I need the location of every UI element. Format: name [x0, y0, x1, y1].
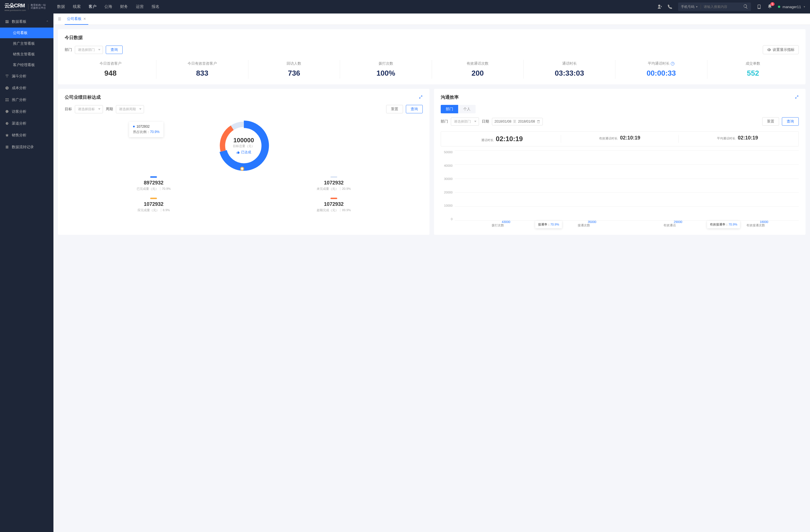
logo-text: 云朵CRM — [4, 2, 26, 9]
tab-company-board[interactable]: 公司看板 ✕ — [65, 14, 88, 25]
tab-bar: ☰ 公司看板 ✕ — [53, 14, 810, 25]
nav-item-6[interactable]: 报名 — [151, 4, 160, 9]
date-label: 日期 — [482, 119, 489, 124]
sidebar-icon — [5, 121, 9, 126]
seg-item-0[interactable]: 部门 — [441, 105, 458, 113]
expand-icon — [795, 95, 799, 99]
call-cell-1: 有效通话时长02:10:19 — [561, 135, 679, 143]
comm-reset-button[interactable]: 重置 — [762, 117, 779, 126]
tab-close-icon[interactable]: ✕ — [83, 17, 86, 21]
donut-center-label: 目标总量（元） — [233, 144, 255, 148]
sidebar-item-0[interactable]: 漏斗分析 — [0, 70, 53, 82]
sidebar-item-6[interactable]: 数据流转记录 — [0, 141, 53, 153]
bar-label: 拨打次数 — [487, 223, 509, 228]
search-input[interactable] — [701, 5, 740, 9]
sidebar-item-3[interactable]: 访客分析 — [0, 106, 53, 118]
help-icon[interactable]: ? — [671, 62, 675, 66]
target-query-button[interactable]: 查询 — [406, 105, 423, 113]
donut-status: 已达成 — [233, 150, 255, 155]
mobile-icon[interactable] — [757, 4, 762, 9]
metric-label: 今日首咨客户 — [65, 61, 156, 66]
nav-item-2[interactable]: 客户 — [88, 4, 96, 9]
sidebar-sub-3[interactable]: 客户经理看板 — [0, 60, 53, 70]
metric-label: 今日有效首咨客户 — [156, 61, 248, 66]
notification-bell[interactable]: 5 — [767, 4, 772, 10]
sidebar-group-dashboard[interactable]: 数据看板 ⌃ — [0, 16, 53, 28]
metric-label: 回访人数 — [248, 61, 340, 66]
nav-item-5[interactable]: 运营 — [136, 4, 144, 9]
sidebar-item-1[interactable]: 成本分析 — [0, 82, 53, 94]
settings-button[interactable]: 设置显示指标 — [763, 45, 799, 54]
nav-item-3[interactable]: 公海 — [104, 4, 112, 9]
chevron-up-icon: ⌃ — [46, 20, 48, 23]
logo-subtitle: 教育机构一站 式服务云平台 — [28, 4, 46, 10]
metric-label: 平均通话时长? — [615, 61, 707, 66]
metric-value: 948 — [65, 69, 156, 78]
chevron-down-icon: ▼ — [803, 6, 806, 8]
sidebar-icon — [5, 133, 9, 137]
donut-chart: 1072932 所占比例：70.9% 100000 目标总量（元） — [65, 119, 423, 172]
target-reset-button[interactable]: 重置 — [386, 105, 403, 113]
sidebar-icon — [5, 74, 9, 78]
search-type-select[interactable]: 手机号码 ▼ — [678, 4, 701, 9]
nav-item-4[interactable]: 财务 — [120, 4, 128, 9]
expand-icon — [419, 95, 423, 99]
main-content: ☰ 公司看板 ✕ 今日数据 部门 请选择部门 查询 — [53, 14, 810, 532]
metric-value: 03:33:03 — [524, 69, 615, 78]
dept-select[interactable]: 请选择部门 — [75, 46, 103, 54]
search-icon — [743, 4, 748, 9]
tab-menu-icon[interactable]: ☰ — [58, 17, 61, 21]
search-group: 手机号码 ▼ — [678, 2, 751, 11]
goal-label: 目标 — [65, 106, 72, 112]
metric-0: 今日首咨客户948 — [65, 60, 156, 79]
comm-query-button[interactable]: 查询 — [782, 117, 799, 126]
segment-control: 部门个人 — [441, 105, 475, 113]
today-query-button[interactable]: 查询 — [106, 46, 123, 54]
phone-icon[interactable] — [667, 4, 673, 9]
date-range-picker[interactable]: 2018/01/08 至 2018/01/08 — [492, 118, 543, 126]
metric-label: 拨打次数 — [340, 61, 432, 66]
comm-dept-select[interactable]: 请选择部门 — [451, 118, 479, 126]
comm-dept-label: 部门 — [441, 119, 448, 124]
sidebar-item-2[interactable]: 推广分析 — [0, 94, 53, 106]
goal-select[interactable]: 请选择目标 — [75, 105, 103, 113]
metric-value: 833 — [156, 69, 248, 78]
sidebar-icon — [5, 145, 9, 149]
sidebar-icon — [5, 110, 9, 114]
nav-item-0[interactable]: 数据 — [57, 4, 65, 9]
metric-3: 拨打次数100% — [340, 60, 432, 79]
call-stats: 通话时长02:10:19有效通话时长02:10:19平均通话时长02:10:19 — [441, 131, 799, 147]
metric-4: 有效通话次数200 — [432, 60, 524, 79]
logo-url: www.yunduocrm.com — [4, 9, 26, 12]
bar-label: 接通次数 — [573, 223, 595, 228]
expand-button[interactable] — [419, 95, 423, 100]
target-item-2: 1072932应完成量（元）8.9% — [65, 198, 243, 212]
donut-tooltip: 1072932 所占比例：70.9% — [129, 122, 163, 137]
today-title: 今日数据 — [65, 35, 83, 41]
sidebar-item-4[interactable]: 渠道分析 — [0, 118, 53, 129]
sidebar-sub-1[interactable]: 推广主管看板 — [0, 38, 53, 49]
seg-item-1[interactable]: 个人 — [458, 105, 475, 113]
expand-button[interactable] — [795, 95, 799, 100]
username: manager11 — [782, 5, 801, 9]
top-nav: 数据线索客户公海财务运营报名 — [57, 4, 160, 9]
tab-label: 公司看板 — [67, 16, 82, 21]
sidebar-sub-2[interactable]: 销售主管看板 — [0, 49, 53, 60]
search-button[interactable] — [740, 4, 751, 10]
period-select[interactable]: 请选择周期 — [116, 105, 144, 113]
nav-item-1[interactable]: 线索 — [73, 4, 81, 9]
user-menu[interactable]: manager11 ▼ — [778, 5, 806, 9]
sidebar-item-5[interactable]: 销售分析 — [0, 129, 53, 141]
notification-badge: 5 — [770, 2, 775, 6]
sidebar-icon — [5, 98, 9, 102]
target-item-1: 1072932未完成量（元）20.9% — [245, 176, 423, 191]
metric-label: 成交单数 — [707, 61, 799, 66]
metric-7: 成交单数552 — [707, 60, 799, 79]
target-item-0: 8972932已完成量（元）70.9% — [65, 176, 243, 191]
call-cell-2: 平均通话时长02:10:19 — [679, 135, 796, 143]
sidebar-sub-0[interactable]: 公司看板 — [0, 28, 53, 38]
bar-chart: 50000400003000020000100000 43000拨打次数接通率：… — [441, 150, 799, 229]
top-header: 云朵CRM www.yunduocrm.com 教育机构一站 式服务云平台 数据… — [0, 0, 810, 14]
user-add-icon[interactable] — [657, 4, 662, 9]
bar-label: 有效接通次数 — [744, 223, 767, 228]
